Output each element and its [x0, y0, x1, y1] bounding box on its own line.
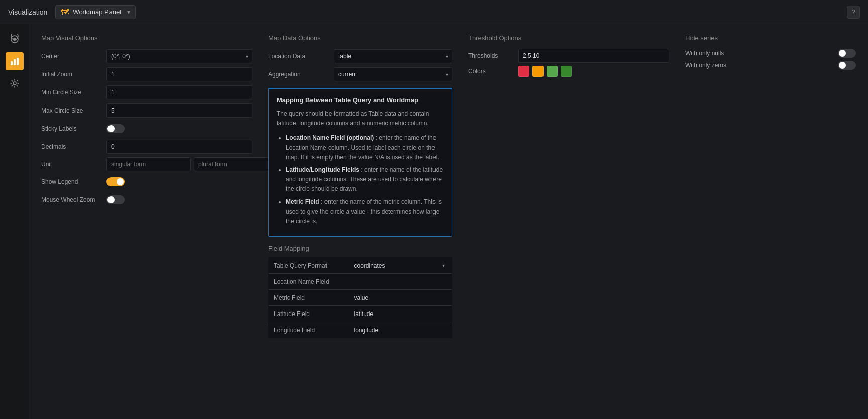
table-row-longitude: Longitude Field — [269, 322, 452, 338]
hide-series-title: Hide series — [685, 34, 856, 42]
location-name-input[interactable] — [354, 278, 447, 285]
field-mapping-title: Field Mapping — [268, 245, 452, 252]
metric-field-input[interactable] — [354, 294, 447, 301]
show-legend-label: Show Legend — [41, 178, 106, 185]
query-format-value[interactable]: coordinates — [349, 258, 452, 274]
color-swatch-green-light[interactable] — [547, 66, 558, 77]
center-select[interactable]: (0°, 0°) — [106, 49, 252, 63]
panel-selector[interactable]: 🗺 Worldmap Panel ▾ — [55, 5, 136, 19]
sticky-labels-toggle[interactable] — [106, 124, 125, 133]
map-data-options: Map Data Options Location Data table Agg… — [268, 34, 452, 409]
location-name-value[interactable] — [349, 274, 452, 290]
hide-series: Hide series With only nulls With only ze… — [685, 34, 856, 409]
latitude-field-label: Latitude Field — [269, 306, 349, 322]
sticky-labels-row: Sticky Labels — [41, 121, 252, 136]
svg-rect-4 — [14, 59, 16, 65]
hide-zeros-toggle[interactable] — [838, 61, 856, 70]
aggregation-label: Aggregation — [268, 71, 334, 78]
center-select-wrapper[interactable]: (0°, 0°) — [106, 49, 252, 63]
color-swatch-orange[interactable] — [532, 66, 544, 77]
min-circle-size-row: Min Circle Size — [41, 85, 252, 100]
color-swatches — [518, 66, 572, 77]
longitude-field-value[interactable] — [349, 322, 452, 338]
help-button[interactable]: ? — [847, 6, 860, 19]
aggregation-select-wrapper[interactable]: current — [334, 67, 452, 81]
location-name-label: Location Name Field — [269, 274, 349, 290]
latitude-field-value[interactable] — [349, 306, 452, 322]
metric-field-value[interactable] — [349, 290, 452, 306]
threshold-title: Threshold Options — [468, 34, 669, 42]
info-box-text: The query should be formatted as Table d… — [277, 109, 444, 128]
info-item-location-bold: Location Name Field (optional) — [286, 134, 374, 141]
table-row-latitude: Latitude Field — [269, 306, 452, 322]
aggregation-row: Aggregation current — [268, 67, 452, 82]
unit-inputs — [106, 157, 278, 171]
query-format-select-wrapper[interactable]: coordinates — [354, 262, 447, 269]
location-data-select[interactable]: table — [334, 49, 452, 63]
hide-zeros-label: With only zeros — [685, 62, 838, 69]
show-legend-row: Show Legend — [41, 174, 252, 189]
panel-name: Worldmap Panel — [73, 8, 121, 16]
hide-nulls-toggle[interactable] — [838, 49, 856, 58]
map-data-title: Map Data Options — [268, 34, 452, 42]
max-circle-size-row: Max Circle Size — [41, 103, 252, 118]
info-item-metric-bold: Metric Field — [286, 198, 319, 205]
visualization-title: Visualization — [8, 8, 47, 16]
worldmap-icon: 🗺 — [61, 8, 69, 17]
latitude-field-input[interactable] — [354, 310, 447, 318]
initial-zoom-input[interactable] — [106, 67, 252, 81]
location-data-select-wrapper[interactable]: table — [334, 49, 452, 63]
sidebar-icon-layers[interactable] — [6, 30, 24, 48]
table-row-metric: Metric Field — [269, 290, 452, 306]
unit-row: Unit — [41, 157, 252, 171]
colors-label: Colors — [468, 68, 518, 75]
mouse-wheel-zoom-toggle[interactable] — [106, 195, 125, 204]
table-row-location-name: Location Name Field — [269, 274, 452, 290]
sidebar-icon-chart[interactable] — [6, 52, 24, 70]
color-swatch-red[interactable] — [518, 66, 529, 77]
location-data-label: Location Data — [268, 53, 334, 60]
show-legend-toggle[interactable] — [106, 177, 125, 186]
longitude-field-input[interactable] — [354, 327, 447, 334]
aggregation-select[interactable]: current — [334, 67, 452, 81]
svg-rect-3 — [11, 61, 13, 65]
info-item-latlong: Latitude/Longitude Fields : enter the na… — [286, 165, 444, 194]
sidebar-icon-gear[interactable] — [6, 74, 24, 92]
info-item-metric: Metric Field : enter the name of the met… — [286, 197, 444, 227]
unit-plural-input[interactable] — [194, 157, 278, 171]
color-swatch-green-dark[interactable] — [561, 66, 572, 77]
svg-point-6 — [13, 82, 16, 85]
threshold-options: Threshold Options Thresholds Colors — [468, 34, 669, 409]
min-circle-size-input[interactable] — [106, 85, 252, 99]
query-format-label: Table Query Format — [269, 258, 349, 274]
sticky-labels-label: Sticky Labels — [41, 125, 106, 132]
initial-zoom-row: Initial Zoom — [41, 67, 252, 82]
hide-nulls-label: With only nulls — [685, 50, 838, 57]
sidebar — [0, 24, 29, 419]
colors-row: Colors — [468, 66, 669, 77]
min-circle-size-label: Min Circle Size — [41, 89, 106, 96]
thresholds-row: Thresholds — [468, 49, 669, 63]
max-circle-size-input[interactable] — [106, 103, 252, 118]
longitude-field-label: Longitude Field — [269, 322, 349, 338]
info-box-title: Mapping Between Table Query and Worldmap — [277, 96, 444, 104]
map-visual-options: Map Visual Options Center (0°, 0°) Initi… — [41, 34, 252, 409]
query-format-select[interactable]: coordinates — [354, 262, 447, 269]
decimals-input[interactable] — [106, 140, 252, 154]
chevron-down-icon: ▾ — [127, 9, 130, 16]
svg-point-2 — [13, 38, 16, 41]
thresholds-label: Thresholds — [468, 52, 518, 59]
hide-zeros-row: With only zeros — [685, 61, 856, 70]
unit-label: Unit — [41, 161, 106, 168]
info-item-location: Location Name Field (optional) : enter t… — [286, 133, 444, 162]
topbar: Visualization 🗺 Worldmap Panel ▾ ? — [0, 0, 868, 24]
mouse-wheel-zoom-row: Mouse Wheel Zoom — [41, 192, 252, 207]
info-box: Mapping Between Table Query and Worldmap… — [268, 88, 452, 237]
map-visual-title: Map Visual Options — [41, 34, 252, 42]
info-item-latlong-bold: Latitude/Longitude Fields — [286, 166, 359, 173]
field-mapping-table: Table Query Format coordinates Location … — [268, 257, 452, 338]
thresholds-input[interactable] — [518, 49, 669, 63]
unit-singular-input[interactable] — [106, 157, 191, 171]
location-data-row: Location Data table — [268, 49, 452, 64]
mouse-wheel-zoom-label: Mouse Wheel Zoom — [41, 196, 106, 203]
